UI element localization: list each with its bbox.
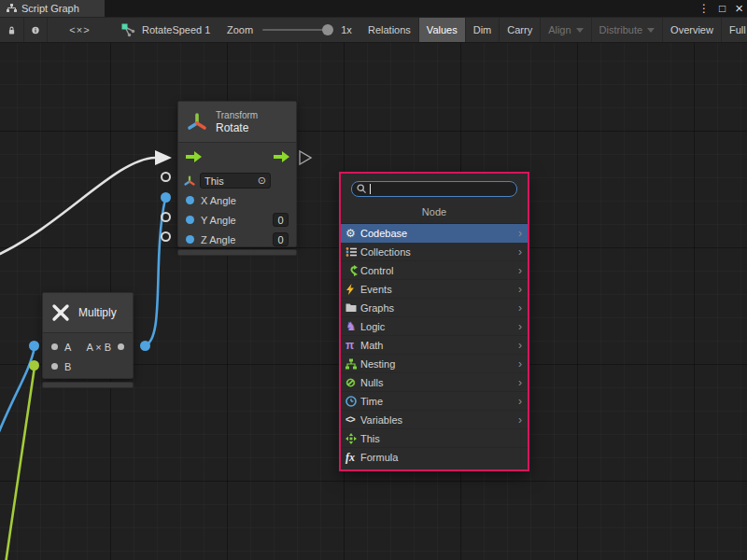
object-picker-icon[interactable]: ⊙ xyxy=(258,175,266,187)
y-angle-port-empty[interactable] xyxy=(161,212,171,222)
input-b-port-connected[interactable] xyxy=(29,360,39,371)
angle-brackets-icon: <> xyxy=(345,414,360,425)
zoom-slider[interactable] xyxy=(262,29,331,31)
chevron-right-icon: › xyxy=(518,376,522,389)
chevron-right-icon: › xyxy=(518,227,522,240)
gear-icon: ⚙ xyxy=(345,227,360,240)
finder-item-control[interactable]: Control › xyxy=(341,261,528,280)
finder-item-logic[interactable]: ♞ Logic › xyxy=(341,317,528,336)
maximize-icon[interactable]: □ xyxy=(719,0,726,17)
text-caret xyxy=(370,184,371,194)
info-button[interactable] xyxy=(23,18,47,42)
output-port-connected[interactable] xyxy=(140,341,150,351)
multiply-x-icon xyxy=(51,303,70,322)
y-angle-value-field[interactable]: 0 xyxy=(273,213,289,227)
null-icon: ⊘ xyxy=(345,375,360,389)
input-b-port[interactable] xyxy=(51,363,58,370)
subgraph-icon xyxy=(345,358,360,370)
close-icon[interactable]: × xyxy=(735,0,743,17)
finder-item-graphs[interactable]: Graphs › xyxy=(341,299,528,317)
chevron-right-icon: › xyxy=(518,245,522,259)
formula-fx-icon: fx xyxy=(345,451,360,465)
relations-button[interactable]: Relations xyxy=(360,18,418,42)
input-a-port[interactable] xyxy=(51,343,58,350)
output-port[interactable] xyxy=(118,343,124,350)
input-a-port-connected[interactable] xyxy=(29,341,39,351)
finder-item-nesting[interactable]: Nesting › xyxy=(341,355,528,373)
tab-script-graph[interactable]: Script Graph xyxy=(0,0,105,17)
node-title: Multiply xyxy=(78,306,117,320)
finder-item-math[interactable]: π Math › xyxy=(341,336,528,355)
chevron-right-icon: › xyxy=(518,395,522,408)
overview-button[interactable]: Overview xyxy=(662,18,721,42)
chess-knight-icon: ♞ xyxy=(345,319,360,333)
list-icon xyxy=(345,246,360,258)
rotate-node-header[interactable]: Transform Rotate xyxy=(178,102,296,143)
fullscreen-button[interactable]: Full Screen xyxy=(721,18,747,42)
carry-button[interactable]: Carry xyxy=(499,18,540,42)
z-angle-port-empty[interactable] xyxy=(161,231,171,242)
lock-icon xyxy=(7,24,16,36)
chevron-right-icon: › xyxy=(518,413,522,427)
search-icon xyxy=(357,184,367,194)
transform-axes-icon xyxy=(186,111,208,133)
flow-output-port-empty[interactable] xyxy=(300,151,311,164)
this-object-field[interactable]: This ⊙ xyxy=(200,173,271,189)
lightning-icon xyxy=(345,284,360,295)
wire-into-b xyxy=(6,367,35,560)
distribute-dropdown[interactable]: Distribute xyxy=(591,18,662,42)
lock-button[interactable] xyxy=(0,18,23,42)
align-dropdown[interactable]: Align xyxy=(540,18,590,42)
x-angle-port[interactable] xyxy=(186,196,194,204)
finder-item-collections[interactable]: Collections › xyxy=(341,243,528,261)
finder-item-events[interactable]: Events › xyxy=(341,280,528,299)
code-preview-button[interactable]: <×> xyxy=(47,18,112,42)
this-port-empty[interactable] xyxy=(161,172,171,182)
branch-arrows-icon xyxy=(345,265,360,276)
flow-output-arrow-icon[interactable] xyxy=(274,151,289,162)
chevron-right-icon: › xyxy=(518,301,522,315)
z-angle-value-field[interactable]: 0 xyxy=(273,232,289,246)
rotate-node[interactable]: Transform Rotate This xyxy=(177,101,297,247)
window-menu-icon[interactable]: ⋮ xyxy=(698,0,710,17)
flow-arrow-icon xyxy=(155,150,172,165)
finder-header: Node xyxy=(341,197,528,223)
zoom-value-label: 1x xyxy=(341,24,352,35)
info-icon xyxy=(32,24,39,36)
move-arrows-icon xyxy=(345,433,360,444)
dim-button[interactable]: Dim xyxy=(465,18,500,42)
folder-icon xyxy=(345,302,360,313)
title-bar: Script Graph ⋮ □ × xyxy=(0,0,747,17)
search-input[interactable] xyxy=(351,181,517,197)
finder-item-variables[interactable]: <> Variables › xyxy=(341,411,528,429)
values-button[interactable]: Values xyxy=(418,18,465,42)
clock-icon xyxy=(345,396,360,407)
multiply-node-header[interactable]: Multiply xyxy=(43,293,133,333)
graph-name-label: RotateSpeed 1 xyxy=(142,24,210,35)
chevron-right-icon: › xyxy=(518,339,522,352)
zoom-slider-handle[interactable] xyxy=(322,24,333,35)
chevron-down-icon xyxy=(647,28,655,33)
finder-item-time[interactable]: Time › xyxy=(341,392,528,411)
y-angle-port[interactable] xyxy=(186,216,194,224)
transform-axes-icon-small xyxy=(184,175,195,187)
finder-item-formula[interactable]: fx Formula xyxy=(341,448,528,467)
multiply-node[interactable]: Multiply A A × B B xyxy=(42,292,134,379)
flow-input-arrow-icon[interactable] xyxy=(186,151,202,162)
chevron-right-icon: › xyxy=(518,264,522,277)
graph-canvas[interactable]: Transform Rotate This xyxy=(0,43,747,560)
z-angle-port[interactable] xyxy=(186,235,194,244)
pi-icon: π xyxy=(345,339,360,352)
finder-item-codebase[interactable]: ⚙ Codebase › xyxy=(341,224,528,243)
flow-wire xyxy=(0,158,155,254)
finder-item-nulls[interactable]: ⊘ Nulls › xyxy=(341,373,528,392)
node-category-label: Transform xyxy=(216,109,258,121)
multiply-node-footer xyxy=(42,382,134,388)
unity-visual-scripting-window: Script Graph ⋮ □ × <×> xyxy=(0,0,747,560)
finder-item-this[interactable]: This xyxy=(341,429,528,448)
x-angle-port-connected[interactable] xyxy=(161,192,171,203)
tab-label: Script Graph xyxy=(21,3,79,14)
chevron-right-icon: › xyxy=(518,357,522,371)
graph-toolbar: <×> RotateSpeed 1 Zoom 1x Relations Valu… xyxy=(0,17,747,43)
chevron-right-icon: › xyxy=(518,283,522,296)
